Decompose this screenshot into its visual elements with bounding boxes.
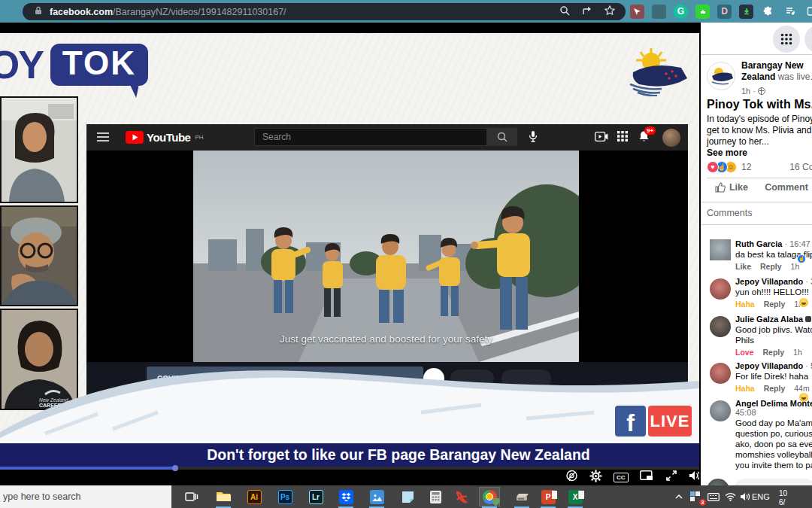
scanner-printer-icon[interactable]	[512, 488, 532, 506]
youtube-search-input[interactable]: Search	[254, 128, 487, 146]
comment-avatar[interactable]	[710, 239, 731, 260]
youtube-menu-icon[interactable]	[97, 131, 109, 144]
chrome-browser-icon[interactable]	[480, 488, 499, 506]
fb-live-badge: f LIVE	[615, 406, 692, 437]
logo-word: PINOY	[0, 42, 43, 87]
webcam-host-1	[0, 96, 78, 203]
wave-overlay	[0, 360, 699, 446]
comment-age: 1h	[791, 262, 800, 271]
comment-button[interactable]: Comment	[756, 182, 812, 193]
shield-overlay-icon	[492, 498, 500, 506]
bookmark-star-icon[interactable]	[604, 5, 615, 18]
like-button[interactable]: Like	[707, 182, 756, 193]
d-extension-icon[interactable]: D	[717, 5, 732, 19]
haha-reaction-badge-icon	[798, 297, 809, 308]
photos-icon[interactable]	[367, 488, 386, 506]
sticky-notes-icon[interactable]	[398, 488, 417, 506]
comment-reply[interactable]: Reply	[760, 262, 782, 271]
comment-haha[interactable]: Haha	[735, 384, 755, 393]
acrobat-icon[interactable]	[452, 488, 471, 506]
youtube-logo[interactable]: YouTubePH	[126, 131, 204, 144]
taskbar-clock[interactable]: 106/	[779, 489, 787, 507]
share-icon[interactable]	[582, 5, 592, 18]
excel-icon[interactable]: X	[565, 488, 585, 506]
youtube-notifications-icon[interactable]: 9+	[638, 130, 650, 145]
top-fan-badge-icon	[805, 316, 811, 322]
see-more-link[interactable]: See more	[707, 148, 747, 158]
facebook-sidebar: Barangay New Zealand was live. 1h · Pino…	[701, 23, 812, 485]
extension-disabled-icon[interactable]	[652, 5, 666, 19]
settings-gear-icon[interactable]	[589, 470, 602, 485]
notification-badge: 9+	[644, 126, 656, 135]
youtube-player[interactable]: Just get vaccinated and boosted for your…	[86, 151, 688, 362]
comment-text: Good job plivs. Watching the Phils	[735, 324, 812, 345]
address-bar[interactable]: facebook.com/BarangayNZ/videos/199148291…	[23, 3, 626, 20]
language-indicator[interactable]: ENG	[752, 492, 770, 501]
comment-like[interactable]: Like	[735, 262, 751, 271]
taskbar-search-input[interactable]: ype here to search	[0, 485, 171, 508]
powerpoint-icon[interactable]: P	[538, 488, 558, 506]
side-panel-icon[interactable]	[804, 5, 812, 19]
fullscreen-icon[interactable]	[665, 470, 677, 485]
comment-reply[interactable]: Reply	[764, 300, 786, 309]
dropbox-icon[interactable]	[336, 488, 356, 506]
url-domain: facebook.com	[50, 7, 113, 17]
comment-count[interactable]: 16 Comments	[789, 162, 812, 172]
page-avatar[interactable]	[707, 62, 735, 90]
media-playlist-icon[interactable]	[783, 5, 797, 19]
illustrator-icon[interactable]: Ai	[244, 488, 264, 506]
miniplayer-icon[interactable]	[640, 470, 654, 485]
calculator-icon[interactable]	[426, 488, 445, 506]
youtube-create-icon[interactable]	[595, 131, 608, 144]
task-view-icon[interactable]	[182, 488, 201, 506]
video-caption: Just get vaccinated and boosted for your…	[193, 333, 579, 345]
comment-avatar[interactable]	[710, 400, 731, 421]
youtube-header: YouTubePH Search 9+	[86, 124, 688, 151]
post-meta[interactable]: 1h ·	[741, 87, 765, 96]
music-video-frame: Just get vaccinated and boosted for your…	[193, 151, 579, 362]
post-action-bar: Like Comment	[707, 182, 812, 193]
youtube-mic-icon[interactable]	[529, 130, 538, 145]
apps-grid-button[interactable]	[773, 26, 800, 53]
comment-avatar[interactable]	[710, 278, 731, 300]
comment-haha[interactable]: Haha	[735, 300, 755, 309]
tray-update-badge-icon[interactable]: 3	[686, 488, 705, 506]
webcam-host-2	[0, 205, 78, 306]
progress-knob[interactable]	[172, 465, 178, 471]
zoom-icon[interactable]	[559, 5, 570, 18]
reaction-count: 12	[741, 162, 751, 172]
comment-3: Julie Galza Alaba · 33:18 Good job plivs…	[735, 315, 812, 357]
barangay-nz-logo	[623, 45, 694, 99]
comment-love[interactable]: Love	[735, 348, 754, 357]
page-name[interactable]: Barangay New Zealand was live.	[741, 60, 812, 83]
comment-timestamp[interactable]: 45:08	[735, 408, 812, 417]
file-explorer-icon[interactable]	[214, 488, 233, 506]
comment-composer-input[interactable]: Write a comment...	[734, 479, 812, 485]
desktop-screen: facebook.com/BarangayNZ/videos/199148291…	[0, 0, 812, 508]
comment-avatar[interactable]	[710, 363, 731, 384]
comment-reply[interactable]: Reply	[764, 384, 786, 393]
progress-played	[0, 467, 175, 470]
youtube-apps-grid-icon[interactable]	[617, 131, 628, 144]
grammarly-icon[interactable]: G	[674, 5, 688, 19]
download-manager-icon[interactable]	[739, 5, 753, 19]
extensions-puzzle-icon[interactable]	[761, 5, 775, 19]
closed-captions-icon[interactable]: CC	[614, 473, 629, 482]
live-label: LIVE	[648, 406, 692, 437]
facebook-logo-icon: f	[615, 406, 646, 437]
youtube-avatar[interactable]	[662, 129, 680, 147]
comments-toggle-icon[interactable]	[565, 470, 578, 485]
lightroom-icon[interactable]: Lr	[306, 488, 326, 506]
browser-toolbar: facebook.com/BarangayNZ/videos/199148291…	[0, 0, 812, 23]
extension-pointer-icon[interactable]	[630, 5, 644, 19]
reactions-row[interactable]: ♥ ☝ ☺ 12 16 Comments	[707, 161, 812, 173]
thumb-extension-icon[interactable]	[695, 5, 710, 19]
photoshop-icon[interactable]: Ps	[275, 488, 295, 506]
youtube-search-button[interactable]	[487, 128, 517, 146]
logo-speech-bubble: TOK	[50, 44, 148, 86]
comments-header[interactable]: Comments	[707, 208, 752, 218]
comment-avatar[interactable]	[710, 316, 731, 337]
comment-5: Angel Delima Montero 45:08 Good day po M…	[735, 399, 812, 481]
messenger-button[interactable]	[804, 26, 812, 53]
comment-reply[interactable]: Reply	[763, 348, 785, 357]
